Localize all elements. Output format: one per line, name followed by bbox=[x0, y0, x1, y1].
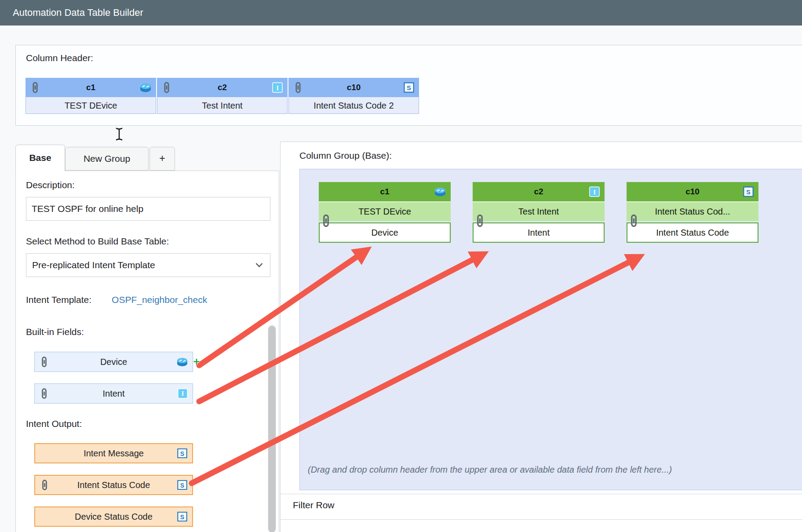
column-c1-header[interactable]: c1 bbox=[26, 78, 156, 97]
field-label: Intent Message bbox=[35, 444, 192, 463]
column-id: c1 bbox=[26, 78, 156, 97]
chevron-down-icon bbox=[255, 263, 263, 268]
drop-hint-text: (Drag and drop column header from the up… bbox=[308, 465, 672, 475]
field-chip-intent-status-code[interactable]: Intent Status Code bbox=[34, 475, 193, 495]
card-display-name[interactable]: Test Intent bbox=[473, 201, 605, 221]
column-header-table: c1 TEST DEvice c2 Test Intent c10 bbox=[26, 78, 420, 114]
card-display-name[interactable]: Intent Status Cod... bbox=[627, 201, 758, 221]
add-group-tab-button[interactable]: + bbox=[149, 147, 175, 171]
base-tab-panel: Description: Select Method to Build Base… bbox=[15, 171, 279, 532]
field-chip-intent-message[interactable]: Intent Message bbox=[34, 443, 193, 463]
title-bar: Automation Data Table Builder bbox=[0, 0, 802, 26]
window-title: Automation Data Table Builder bbox=[0, 0, 802, 26]
link-icon bbox=[40, 388, 49, 400]
column-header-item-c2[interactable]: c2 Test Intent bbox=[157, 78, 288, 114]
description-label: Description: bbox=[26, 180, 75, 190]
column-header-panel: Column Header: c1 TEST DEvice c2 Test In… bbox=[15, 45, 802, 126]
field-label: Device bbox=[35, 352, 193, 372]
card-column-id: c2 bbox=[473, 182, 605, 201]
string-icon bbox=[177, 512, 187, 522]
link-icon bbox=[162, 81, 171, 94]
method-selected-value: Pre-replicated Intent Template bbox=[26, 254, 270, 277]
string-icon bbox=[177, 448, 187, 459]
column-header-item-c10[interactable]: c10 Intent Status Code 2 bbox=[288, 78, 419, 114]
intent-template-link[interactable]: OSPF_neighbor_check bbox=[112, 295, 207, 305]
string-icon bbox=[404, 82, 414, 93]
tab-base[interactable]: Base bbox=[15, 145, 65, 171]
column-group-drop-area[interactable]: c1 TEST DEvice Device c2 Test Intent Int… bbox=[299, 169, 802, 490]
built-in-fields-label: Built-in Fields: bbox=[26, 327, 84, 337]
column-c2-name[interactable]: Test Intent bbox=[157, 97, 288, 114]
card-field-name[interactable]: Device bbox=[319, 222, 451, 243]
card-field-name[interactable]: Intent bbox=[473, 222, 605, 243]
left-panel-scrollbar[interactable] bbox=[268, 324, 276, 532]
field-chip-device-status-code[interactable]: Device Status Code bbox=[34, 506, 193, 527]
intent-template-row: Intent Template:OSPF_neighbor_check bbox=[26, 295, 207, 305]
column-group-panel: Column Group (Base): c1 TEST DEvice Devi… bbox=[280, 142, 802, 532]
field-chip-device[interactable]: Device bbox=[34, 352, 193, 372]
card-display-name[interactable]: TEST DEvice bbox=[319, 201, 451, 221]
card-header[interactable]: c1 bbox=[319, 182, 451, 201]
intent-icon bbox=[272, 82, 283, 93]
column-header-item-c1[interactable]: c1 TEST DEvice bbox=[26, 78, 156, 114]
column-card-c2[interactable]: c2 Test Intent Intent bbox=[473, 182, 605, 243]
field-label: Device Status Code bbox=[35, 507, 192, 526]
link-icon bbox=[40, 479, 49, 491]
card-header[interactable]: c10 bbox=[627, 182, 758, 201]
column-c10-header[interactable]: c10 bbox=[288, 78, 419, 97]
column-id: c10 bbox=[288, 78, 419, 97]
filter-row-top-divider bbox=[281, 494, 802, 494]
string-icon bbox=[177, 480, 187, 490]
filter-row-label[interactable]: Filter Row bbox=[293, 500, 335, 510]
column-card-c10[interactable]: c10 Intent Status Cod... Intent Status C… bbox=[627, 182, 758, 243]
link-icon bbox=[474, 214, 485, 228]
link-icon bbox=[628, 214, 639, 228]
method-label: Select Method to Build Base Table: bbox=[26, 236, 169, 247]
string-icon bbox=[743, 186, 754, 197]
column-card-c1[interactable]: c1 TEST DEvice Device bbox=[319, 182, 451, 243]
intent-icon bbox=[589, 186, 600, 197]
intent-output-label: Intent Output: bbox=[26, 419, 82, 429]
card-column-id: c10 bbox=[627, 182, 758, 201]
filter-row-bottom-divider bbox=[281, 519, 802, 520]
card-field-name[interactable]: Intent Status Code bbox=[627, 222, 758, 243]
intent-icon bbox=[178, 389, 188, 399]
description-input[interactable] bbox=[26, 197, 270, 221]
column-group-label: Column Group (Base): bbox=[299, 150, 392, 161]
link-icon bbox=[321, 214, 332, 228]
column-id: c2 bbox=[157, 78, 288, 97]
column-header-label: Column Header: bbox=[26, 53, 93, 63]
method-select[interactable]: Pre-replicated Intent Template bbox=[26, 253, 270, 277]
intent-template-label: Intent Template: bbox=[26, 295, 91, 305]
text-cursor-icon bbox=[115, 128, 123, 141]
card-column-id: c1 bbox=[319, 182, 451, 201]
scrollbar-thumb[interactable] bbox=[268, 326, 276, 532]
field-label: Intent bbox=[35, 384, 193, 403]
device-router-icon bbox=[140, 82, 151, 93]
automation-data-table-builder-window: I S Automation Data Table Builder Column… bbox=[0, 0, 802, 532]
field-label: Intent Status Code bbox=[35, 476, 192, 494]
device-router-icon bbox=[177, 357, 188, 367]
column-c10-name[interactable]: Intent Status Code 2 bbox=[288, 97, 419, 114]
link-icon bbox=[293, 81, 303, 94]
link-icon bbox=[40, 356, 49, 368]
column-c2-header[interactable]: c2 bbox=[157, 78, 288, 97]
device-router-icon bbox=[434, 186, 446, 197]
card-header[interactable]: c2 bbox=[473, 182, 605, 201]
column-c1-name[interactable]: TEST DEvice bbox=[26, 97, 156, 114]
link-icon bbox=[30, 81, 40, 94]
tab-new-group[interactable]: New Group bbox=[65, 147, 149, 171]
field-chip-intent[interactable]: Intent bbox=[34, 383, 193, 404]
